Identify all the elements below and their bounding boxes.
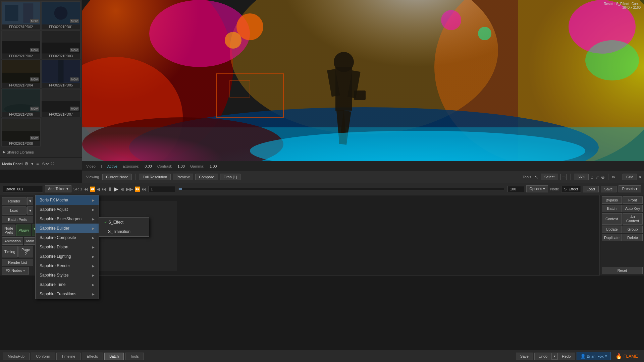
menu-item-sapphire-blur[interactable]: Sapphire Blur+Sharpen ▶	[36, 214, 99, 224]
tab-mediahub[interactable]: MediaHub	[3, 353, 30, 360]
bypass-btn[interactable]: Bypass	[602, 196, 622, 204]
step-back-btn[interactable]: ⏪	[90, 186, 95, 192]
gamma-label: Gamma:	[190, 164, 204, 168]
node-prefs-btn[interactable]: Node Prefs	[2, 225, 15, 236]
tab-timeline[interactable]: Timeline	[56, 353, 80, 360]
save-btn[interactable]: Save	[601, 186, 616, 192]
prev-frame-btn[interactable]: ◀	[97, 186, 100, 192]
full-resolution-btn[interactable]: Full Resolution	[139, 174, 171, 180]
duplicate-btn[interactable]: Duplicate	[602, 234, 622, 241]
play-pause-btn[interactable]: ⏯	[120, 186, 124, 192]
list-icon[interactable]: ≡	[36, 161, 40, 167]
media-panel-toolbar: Media Panel ⚙ ▾ ≡ Size 22	[0, 158, 82, 170]
timing-btn[interactable]: Timing	[2, 246, 18, 257]
page2-btn[interactable]: Page 2	[18, 246, 33, 257]
pencil-icon[interactable]: ✏	[612, 175, 615, 180]
home-icon[interactable]: ⌂	[591, 175, 593, 180]
list-item[interactable]: MOV FP002781PD02	[1, 1, 41, 30]
grab-btn[interactable]: Grab [1]	[220, 174, 241, 180]
undo-btn[interactable]: Undo	[534, 353, 552, 360]
options-arrow: ▾	[543, 187, 545, 191]
undo-arrow[interactable]: ▾	[552, 353, 557, 360]
tab-batch[interactable]: Batch	[104, 353, 124, 360]
more-icon[interactable]: ▾	[639, 175, 641, 180]
list-item[interactable]: MOV FP002921PD04	[1, 60, 41, 88]
shared-libraries[interactable]: ▶ Shared Libraries	[0, 148, 82, 156]
zoom-btn[interactable]: 66%	[574, 174, 589, 180]
menu-item-boris-mocha[interactable]: Boris FX Mocha ▶	[36, 195, 99, 205]
load-btn-2[interactable]: Load	[2, 206, 26, 215]
skip-start-btn[interactable]: ⏮	[84, 186, 88, 192]
menu-item-sapphire-distort[interactable]: Sapphire Distort ▶	[36, 242, 99, 252]
batch-right-btn[interactable]: Batch	[602, 205, 622, 212]
render-group: Render ▾	[2, 197, 33, 205]
reset-btn[interactable]: Reset	[602, 267, 643, 274]
menu-item-sapphire-time[interactable]: Sapphire Time ▶	[36, 280, 99, 289]
context-btn[interactable]: Context	[602, 213, 622, 225]
timeline-bar[interactable]	[178, 188, 504, 190]
list-item[interactable]: MOV FP002921PD02	[1, 31, 41, 59]
load-btn[interactable]: Load	[583, 186, 598, 192]
menu-item-sapphire-adjust[interactable]: Sapphire Adjust ▶	[36, 205, 99, 214]
skip-end-btn[interactable]: ⏭	[142, 186, 146, 192]
menu-item-sapphire-builder[interactable]: Sapphire Builder ▶	[36, 224, 99, 233]
front-btn[interactable]: Front	[623, 196, 643, 204]
save-action-btn[interactable]: Save	[516, 353, 533, 360]
render-btn[interactable]: Render	[2, 197, 26, 205]
presets-btn[interactable]: Presets ▾	[619, 185, 641, 192]
user-panel[interactable]: 👤 Brian_Fox ▾	[577, 352, 611, 360]
menu-item-sapphire-stylize[interactable]: Sapphire Stylize ▶	[36, 270, 99, 280]
go-to-btn[interactable]: ⏭	[102, 186, 106, 192]
play-btn[interactable]: ▶	[114, 185, 118, 193]
current-node-btn[interactable]: Current Node	[102, 174, 132, 180]
sub-item-s-transition[interactable]: S_Transition	[99, 227, 149, 236]
menu-item-sapphire-composite[interactable]: Sapphire Composite ▶	[36, 233, 99, 242]
preview-btn[interactable]: Preview	[173, 174, 193, 180]
batch-name-input[interactable]	[3, 186, 43, 192]
select-btn[interactable]: Select	[541, 174, 558, 180]
group-btn[interactable]: Group	[623, 226, 643, 233]
options-btn[interactable]: Options ▾	[526, 185, 548, 192]
fit-icon[interactable]: ⤢	[595, 175, 599, 180]
menu-item-sapphire-transitions[interactable]: Sapphire Transitions ▶	[36, 289, 99, 299]
render-list-btn[interactable]: Render List	[2, 259, 33, 266]
sub-item-s-effect[interactable]: ✓ S_Effect	[99, 218, 149, 227]
batch-prefs-btn[interactable]: Batch Prefs	[2, 216, 33, 223]
fx-nodes-btn[interactable]: FX Nodes ▾	[2, 267, 29, 275]
settings-icon[interactable]: ⚙	[24, 161, 29, 167]
crosshair-icon[interactable]: ⊕	[601, 175, 605, 180]
list-item[interactable]: MOV FP002921PD07	[41, 89, 80, 117]
add-token-btn[interactable]: Add Token ▾	[45, 185, 71, 192]
redo-btn[interactable]: Redo	[557, 353, 575, 360]
grid-btn[interactable]: Grid	[623, 174, 637, 180]
main-btn[interactable]: Main	[24, 237, 37, 245]
tab-tools[interactable]: Tools	[125, 353, 144, 360]
list-item[interactable]: MOV FP002921PD03	[41, 31, 80, 59]
info-bar: Video | Active Exposure: 0.00 Contrast: …	[82, 161, 644, 171]
media-label: FP002921PD07	[42, 112, 80, 117]
list-item[interactable]: MOV FP002921PD06	[1, 89, 41, 117]
pause-btn[interactable]: ⏸	[108, 186, 112, 192]
next-frame-btn[interactable]: ▶▶	[126, 186, 133, 192]
plugin-btn[interactable]: Plugin	[16, 225, 31, 236]
compare-btn[interactable]: Compare	[195, 174, 218, 180]
auto-key-btn[interactable]: Auto Key	[623, 205, 643, 212]
animation-btn[interactable]: Animation	[2, 237, 23, 245]
step-fwd-btn[interactable]: ⏩	[135, 186, 140, 192]
menu-item-sapphire-lighting[interactable]: Sapphire Lighting ▶	[36, 252, 99, 261]
list-item[interactable]: MOV FP002921PD05	[41, 60, 80, 88]
menu-item-sapphire-render[interactable]: Sapphire Render ▶	[36, 261, 99, 270]
list-item[interactable]: MOV FP002921PD01	[41, 1, 80, 30]
mov-badge: MOV	[70, 77, 79, 81]
menu-icon[interactable]: ▾	[31, 161, 34, 167]
render-dropdown[interactable]: ▾	[27, 197, 33, 205]
delete-btn[interactable]: Delete	[623, 234, 643, 241]
load-dropdown[interactable]: ▾	[27, 206, 33, 215]
tab-effects[interactable]: Effects	[82, 353, 103, 360]
list-item[interactable]: MOV FP002921PD08	[1, 118, 41, 146]
media-thumb: MOV	[2, 60, 40, 83]
au-context-btn[interactable]: Au Context	[623, 213, 643, 225]
svg-point-41	[225, 32, 241, 49]
tab-conform[interactable]: Conform	[31, 353, 55, 360]
update-btn[interactable]: Update	[602, 226, 622, 233]
